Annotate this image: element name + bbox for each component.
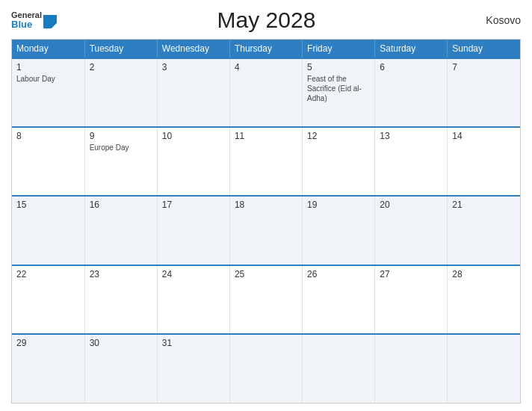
- calendar-cell: 7: [448, 58, 520, 127]
- calendar-week-5: 293031: [12, 334, 520, 403]
- col-tuesday: Tuesday: [84, 40, 157, 58]
- calendar-cell: 23: [84, 265, 157, 334]
- day-number: 25: [235, 269, 297, 279]
- calendar-cell: 30: [84, 334, 157, 403]
- calendar-header: Monday Tuesday Wednesday Thursday Friday…: [12, 40, 520, 58]
- country-label: Kosovo: [476, 14, 521, 26]
- day-number: 5: [307, 62, 370, 72]
- calendar-cell: [229, 334, 302, 403]
- calendar-title: May 2028: [57, 7, 476, 33]
- holiday-label: Feast of the Sacrifice (Eid al-Adha): [307, 75, 362, 102]
- day-number: 11: [235, 131, 297, 141]
- day-number: 7: [452, 62, 516, 72]
- calendar-week-2: 89Europe Day1011121314: [12, 127, 520, 196]
- calendar-week-4: 22232425262728: [12, 265, 520, 334]
- day-number: 21: [452, 200, 516, 210]
- calendar-cell: 6: [375, 58, 448, 127]
- col-saturday: Saturday: [375, 40, 448, 58]
- calendar-cell: 19: [303, 196, 375, 265]
- day-number: 30: [90, 338, 152, 348]
- col-wednesday: Wednesday: [157, 40, 229, 58]
- day-number: 12: [307, 131, 370, 141]
- day-number: 23: [90, 269, 152, 279]
- col-sunday: Sunday: [448, 40, 520, 58]
- day-number: 22: [16, 269, 80, 279]
- calendar-cell: 16: [84, 196, 157, 265]
- col-monday: Monday: [12, 40, 84, 58]
- page: General Blue May 2028 Kosovo Monday Tues…: [0, 0, 532, 411]
- calendar-cell: 17: [157, 196, 229, 265]
- calendar-cell: 20: [375, 196, 448, 265]
- calendar-week-1: 1Labour Day2345Feast of the Sacrifice (E…: [12, 58, 520, 127]
- calendar-cell: 2: [84, 58, 157, 127]
- calendar-cell: 9Europe Day: [84, 127, 157, 196]
- calendar-cell: [375, 334, 448, 403]
- day-number: 17: [162, 200, 225, 210]
- calendar-cell: 28: [448, 265, 520, 334]
- day-number: 31: [162, 338, 225, 348]
- day-number: 6: [380, 62, 442, 72]
- day-number: 16: [90, 200, 152, 210]
- day-number: 8: [16, 131, 80, 141]
- calendar-cell: 4: [229, 58, 302, 127]
- day-number: 29: [16, 338, 80, 348]
- day-number: 24: [162, 269, 225, 279]
- calendar-cell: 22: [12, 265, 84, 334]
- day-number: 1: [16, 62, 80, 72]
- day-number: 28: [452, 269, 516, 279]
- calendar-cell: 26: [303, 265, 375, 334]
- calendar-cell: [303, 334, 375, 403]
- calendar-cell: 25: [229, 265, 302, 334]
- calendar-cell: 11: [229, 127, 302, 196]
- calendar-container: Monday Tuesday Wednesday Thursday Friday…: [11, 39, 521, 404]
- col-thursday: Thursday: [229, 40, 302, 58]
- calendar-week-3: 15161718192021: [12, 196, 520, 265]
- calendar-table: Monday Tuesday Wednesday Thursday Friday…: [12, 40, 520, 403]
- calendar-cell: 18: [229, 196, 302, 265]
- day-number: 27: [380, 269, 442, 279]
- day-number: 2: [90, 62, 152, 72]
- calendar-cell: 13: [375, 127, 448, 196]
- calendar-cell: 15: [12, 196, 84, 265]
- day-number: 10: [162, 131, 225, 141]
- header-row: Monday Tuesday Wednesday Thursday Friday…: [12, 40, 520, 58]
- calendar-cell: 5Feast of the Sacrifice (Eid al-Adha): [303, 58, 375, 127]
- col-friday: Friday: [303, 40, 375, 58]
- logo: General Blue: [11, 10, 57, 30]
- day-number: 9: [90, 131, 152, 141]
- calendar-cell: 14: [448, 127, 520, 196]
- calendar-cell: 3: [157, 58, 229, 127]
- day-number: 14: [452, 131, 516, 141]
- calendar-cell: 10: [157, 127, 229, 196]
- calendar-cell: 24: [157, 265, 229, 334]
- holiday-label: Labour Day: [16, 75, 55, 83]
- calendar-cell: 1Labour Day: [12, 58, 84, 127]
- calendar-body: 1Labour Day2345Feast of the Sacrifice (E…: [12, 58, 520, 403]
- holiday-label: Europe Day: [90, 143, 129, 152]
- day-number: 15: [16, 200, 80, 210]
- day-number: 13: [380, 131, 442, 141]
- day-number: 26: [307, 269, 370, 279]
- logo-text: General Blue: [11, 10, 42, 30]
- logo-icon: [43, 15, 57, 28]
- calendar-cell: 27: [375, 265, 448, 334]
- calendar-cell: 12: [303, 127, 375, 196]
- calendar-cell: 31: [157, 334, 229, 403]
- calendar-cell: 8: [12, 127, 84, 196]
- day-number: 18: [235, 200, 297, 210]
- calendar-cell: 29: [12, 334, 84, 403]
- day-number: 20: [380, 200, 442, 210]
- day-number: 4: [235, 62, 297, 72]
- day-number: 3: [162, 62, 225, 72]
- day-number: 19: [307, 200, 370, 210]
- calendar-cell: 21: [448, 196, 520, 265]
- logo-blue-text: Blue: [11, 19, 42, 30]
- header: General Blue May 2028 Kosovo: [11, 7, 521, 33]
- calendar-cell: [448, 334, 520, 403]
